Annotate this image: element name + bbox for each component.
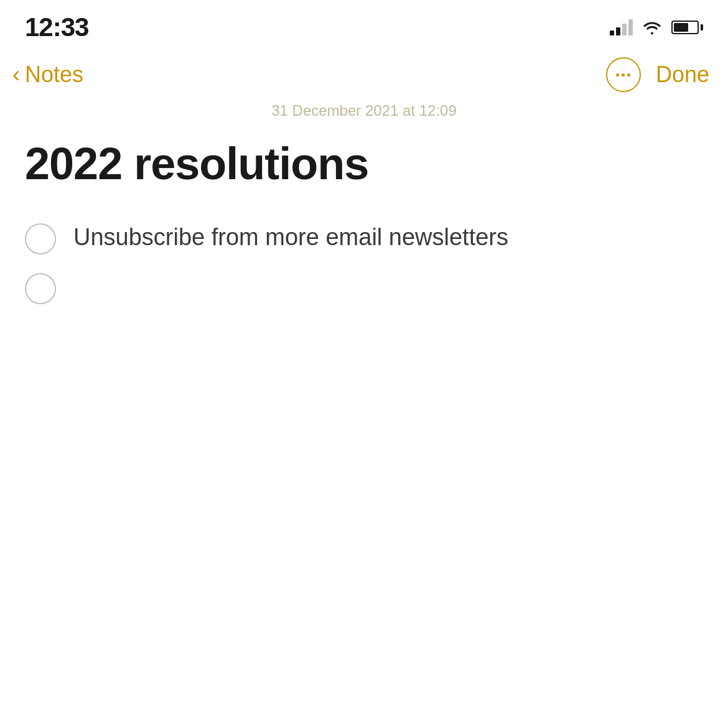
signal-bar-4 — [628, 19, 633, 35]
battery-icon — [671, 21, 703, 34]
signal-bar-2 — [616, 27, 620, 35]
signal-bar-3 — [622, 24, 627, 35]
more-button[interactable] — [606, 57, 641, 92]
status-bar: 12:33 — [0, 0, 728, 50]
dot-2 — [622, 73, 625, 77]
note-title[interactable]: 2022 resolutions — [25, 138, 703, 190]
back-label: Notes — [25, 62, 83, 88]
wifi-icon — [642, 19, 663, 35]
signal-bar-1 — [610, 30, 614, 35]
dot-3 — [627, 73, 630, 77]
battery-body — [671, 21, 699, 34]
navigation-bar: ‹ Notes Done — [0, 50, 728, 100]
checklist-item: Unsubscribe from more email newsletters — [25, 221, 703, 254]
checklist-item-empty — [25, 273, 703, 304]
back-button[interactable]: ‹ Notes — [12, 62, 83, 88]
note-date: 31 December 2021 at 12:09 — [0, 100, 728, 132]
chevron-left-icon: ‹ — [12, 63, 20, 86]
note-content: 2022 resolutions Unsubscribe from more e… — [0, 132, 728, 329]
status-icons — [610, 19, 703, 35]
dot-1 — [616, 73, 619, 77]
signal-icon — [610, 19, 633, 35]
nav-right-controls: Done — [606, 57, 709, 92]
more-dots-icon — [616, 73, 630, 77]
checkbox-2[interactable] — [25, 273, 56, 304]
status-time: 12:33 — [25, 12, 88, 42]
battery-fill — [674, 23, 688, 32]
battery-tip — [701, 24, 703, 30]
checklist-item-text-1[interactable]: Unsubscribe from more email newsletters — [73, 221, 508, 254]
checklist: Unsubscribe from more email newsletters — [25, 221, 703, 304]
done-button[interactable]: Done — [656, 62, 709, 88]
checkbox-1[interactable] — [25, 223, 56, 254]
